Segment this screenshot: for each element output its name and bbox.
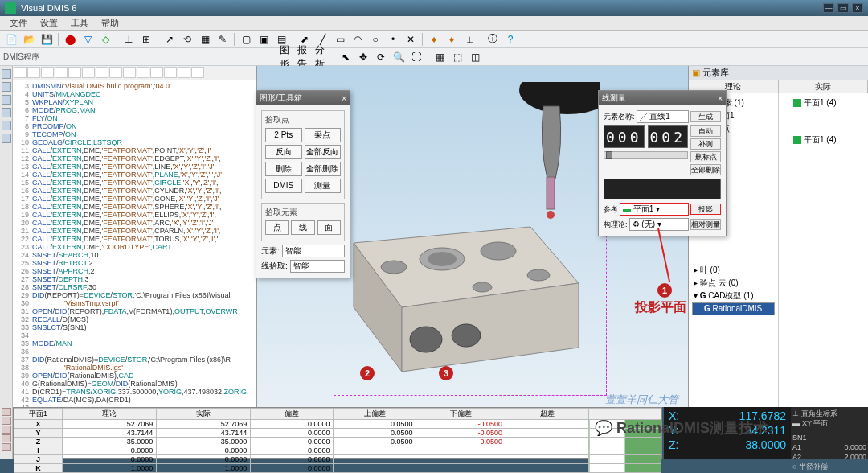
btn-deleteall[interactable]: 全部删除 <box>305 162 342 176</box>
tab-report[interactable]: 报告 <box>297 50 313 64</box>
plane-icon[interactable]: ◇ <box>97 32 113 47</box>
ls-4-icon[interactable] <box>2 108 11 117</box>
code-b-icon[interactable] <box>164 67 177 78</box>
radius-comp[interactable]: ○ 半径补偿 <box>792 462 866 471</box>
maximize-button[interactable]: ▭ <box>837 3 849 13</box>
code-open-icon[interactable] <box>27 67 40 78</box>
menu-file[interactable]: 文件 <box>3 17 34 29</box>
btn-delete[interactable]: 删除 <box>265 162 302 176</box>
actual-item-1[interactable]: 平面1 (4) <box>782 97 865 109</box>
save-icon[interactable]: 💾 <box>39 32 55 47</box>
probe-icon[interactable]: ▽ <box>80 32 96 47</box>
code-a-icon[interactable] <box>150 67 163 78</box>
view3-icon[interactable]: ◫ <box>467 50 483 64</box>
tls-1-icon[interactable] <box>2 408 11 416</box>
code-undo-icon[interactable] <box>55 67 68 78</box>
pan-icon[interactable]: ✥ <box>355 50 371 64</box>
gen-button[interactable]: 生成 <box>690 111 721 122</box>
tree-pointcloud[interactable]: ▸ 验点 云 (0) <box>692 277 775 290</box>
rel-button[interactable]: 相对测量 <box>690 219 721 230</box>
cs-label[interactable]: ⊥ 直角坐标系 <box>792 409 866 418</box>
tab-actual[interactable]: 实际 <box>779 80 869 93</box>
line-measure-dialog[interactable]: 线测量× 元素名称: ╱ 直线1 生成 000 002 自动 补测 删标点 全部… <box>598 90 727 236</box>
code-copy-icon[interactable] <box>96 67 108 78</box>
btn-line[interactable]: 线 <box>291 220 314 235</box>
ls-2-icon[interactable] <box>2 82 11 92</box>
delpt-button[interactable]: 删标点 <box>690 151 721 162</box>
code-run-icon[interactable] <box>123 67 136 78</box>
btn-reverse[interactable]: 反向 <box>265 145 302 159</box>
menu-tools[interactable]: 工具 <box>64 17 95 29</box>
minimize-button[interactable]: — <box>823 3 834 13</box>
tls-2-icon[interactable] <box>2 417 11 425</box>
help-icon[interactable]: ? <box>502 32 518 47</box>
tls-5-icon[interactable] <box>2 443 11 451</box>
replan-button[interactable]: 补测 <box>690 138 721 150</box>
tool2-icon[interactable]: ⟲ <box>179 32 195 47</box>
ls-3-icon[interactable] <box>2 95 11 105</box>
linepick-select[interactable]: 智能 <box>290 260 345 273</box>
btn-point[interactable]: 点 <box>265 220 289 235</box>
linemeas-title[interactable]: 线测量× <box>599 91 726 105</box>
tool1-icon[interactable]: ↗ <box>162 32 178 47</box>
code-d-icon[interactable] <box>191 67 204 78</box>
cross-icon[interactable]: ✕ <box>403 32 419 47</box>
tool3-icon[interactable]: ▦ <box>197 32 213 47</box>
tree-item-rationaldmis[interactable]: G RationalDMIS <box>692 302 775 315</box>
info-icon[interactable]: ⓘ <box>485 32 501 47</box>
circle-icon[interactable]: ○ <box>367 32 383 47</box>
code-redo-icon[interactable] <box>68 67 81 78</box>
ls-5-icon[interactable] <box>2 121 11 130</box>
open-icon[interactable]: 📂 <box>21 32 37 47</box>
code-cut-icon[interactable] <box>82 67 95 78</box>
new-icon[interactable]: 📄 <box>3 32 19 47</box>
btn-2pts[interactable]: 2 Pts <box>265 128 302 142</box>
code-stop-icon[interactable] <box>137 67 149 78</box>
tree-leaf[interactable]: ▸ 叶 (0) <box>692 264 775 277</box>
ref-select[interactable]: ▬ 平面1 ▾ <box>620 203 689 216</box>
fit-icon[interactable]: ⛶ <box>408 50 424 64</box>
slider[interactable] <box>604 151 688 159</box>
ls-6-icon[interactable] <box>2 134 11 143</box>
delall-button[interactable]: 全部删除 <box>690 164 721 175</box>
pt-icon[interactable]: • <box>385 32 401 47</box>
actual-tree[interactable]: 平面1 (4) 平面1 (4) <box>779 93 868 407</box>
cs-icon[interactable]: ⊥ <box>121 32 137 47</box>
btn-face[interactable]: 面 <box>317 220 341 235</box>
tab-graphic[interactable]: 图形 <box>279 50 295 64</box>
code-new-icon[interactable] <box>14 67 27 78</box>
align-icon[interactable]: ⊞ <box>138 32 154 47</box>
probe1-icon[interactable]: ♦ <box>426 32 442 47</box>
toolbox-title[interactable]: 图形/工具箱× <box>256 91 350 105</box>
btn-pickpt[interactable]: 采点 <box>305 128 342 142</box>
probe2-icon[interactable]: ♦ <box>444 32 460 47</box>
tab-analyze[interactable]: 分析 <box>314 50 330 64</box>
rect-icon[interactable]: ▭ <box>332 32 348 47</box>
proj-button[interactable]: 投影 <box>690 204 721 215</box>
menu-help[interactable]: 帮助 <box>95 17 125 29</box>
tree-cadmodel[interactable]: ▾ G CAD模型 (1) <box>692 290 775 302</box>
toolbox-dialog[interactable]: 图形/工具箱× 拾取点 2 Pts 采点 反向 全部反向 删除 全部删除 DMI… <box>256 90 350 278</box>
name-input[interactable]: ╱ 直线1 <box>637 110 689 123</box>
box2-icon[interactable]: ▣ <box>256 32 272 47</box>
code-save-icon[interactable] <box>41 67 54 78</box>
element-select[interactable]: 智能 <box>282 245 345 257</box>
close-icon[interactable]: × <box>342 94 346 103</box>
close-icon[interactable]: × <box>718 94 723 103</box>
code-editor[interactable]: 3DMISMN/'Visual DMIS build program','04.… <box>13 80 256 407</box>
tls-3-icon[interactable] <box>2 426 11 434</box>
view2-icon[interactable]: ⬚ <box>449 50 465 64</box>
auto-button[interactable]: 自动 <box>690 125 721 137</box>
code-paste-icon[interactable] <box>109 67 122 78</box>
view1-icon[interactable]: ▦ <box>432 50 448 64</box>
ls-1-icon[interactable] <box>2 69 11 79</box>
measure-icon[interactable]: ⬤ <box>62 32 78 47</box>
box-icon[interactable]: ▢ <box>238 32 254 47</box>
rotate-icon[interactable]: ⟳ <box>373 50 389 64</box>
close-button[interactable]: × <box>852 3 863 13</box>
arc-icon[interactable]: ◠ <box>350 32 366 47</box>
plane-label[interactable]: ▬ XY 平面 <box>792 418 866 428</box>
tool4-icon[interactable]: ✎ <box>215 32 231 47</box>
tls-4-icon[interactable] <box>2 434 11 442</box>
menu-settings[interactable]: 设置 <box>34 17 64 29</box>
